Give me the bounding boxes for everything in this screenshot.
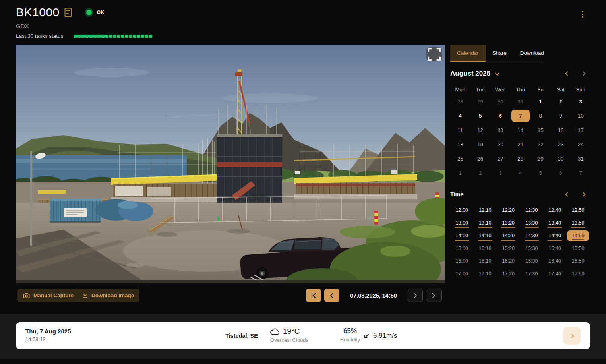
calendar-day-cell[interactable]: 10 [578,113,584,119]
next-image-button[interactable] [408,289,423,302]
time-slot[interactable]: 15:10 [479,246,491,251]
time-slot[interactable]: 12:50 [572,207,584,213]
calendar-day-cell[interactable]: 31 [517,99,523,105]
time-slot[interactable]: 13:50 [572,220,584,226]
calendar-day-cell[interactable]: 30 [558,156,563,162]
time-slot[interactable]: 15:40 [549,246,561,251]
calendar-day-cell[interactable]: 1 [539,99,542,105]
calendar-day-cell[interactable]: 28 [457,99,463,105]
calendar-next-month-button[interactable] [580,70,587,77]
time-slot[interactable]: 16:20 [502,258,515,264]
download-image-button[interactable]: Download image [77,289,139,302]
calendar-day-cell[interactable]: 5 [539,170,542,176]
calendar-day-cell[interactable]: 24 [578,141,584,147]
time-slot[interactable]: 14:30 [525,233,538,238]
kebab-menu-icon[interactable] [580,10,585,19]
sidebar: CalendarShareDownload August 2025 MonTue… [450,45,594,280]
time-slot[interactable]: 15:30 [525,246,538,251]
time-slot[interactable]: 15:00 [456,246,468,251]
calendar-day-cell[interactable]: 31 [578,156,584,162]
time-prev-button[interactable] [564,191,571,198]
last-image-button[interactable] [427,289,442,302]
time-slot[interactable]: 14:20 [502,233,515,238]
calendar-day-cell[interactable]: 14 [517,127,523,133]
calendar-day-cell[interactable]: 6 [559,170,562,176]
calendar-day-cell[interactable]: 16 [558,127,563,133]
calendar-day-cell[interactable]: 8 [539,113,542,119]
calendar-day-cell[interactable]: 28 [517,156,523,162]
calendar-month-label[interactable]: August 2025 [450,70,490,77]
time-slot[interactable]: 12:30 [525,207,538,213]
first-image-button[interactable] [306,289,321,302]
time-slot[interactable]: 14:00 [456,233,468,238]
footer-next-button[interactable] [563,327,581,345]
time-slot[interactable]: 17:30 [525,271,538,277]
time-slot[interactable]: 13:10 [479,220,491,226]
time-slot[interactable]: 13:20 [502,220,515,226]
time-slot[interactable]: 17:40 [549,271,561,277]
calendar-day-cell[interactable]: 19 [477,141,483,147]
calendar-day-cell[interactable]: 3 [499,170,502,176]
calendar-day-cell[interactable]: 4 [459,113,462,119]
time-slot[interactable]: 13:00 [456,220,468,226]
chevron-down-icon[interactable] [495,71,499,75]
fullscreen-button[interactable] [426,47,442,61]
time-slot[interactable]: 17:10 [479,271,491,277]
time-slot[interactable]: 15:20 [502,246,515,251]
calendar-day-cell[interactable]: 17 [578,127,584,133]
calendar-day-cell[interactable]: 18 [457,141,463,147]
time-slot[interactable]: 12:20 [502,207,515,213]
calendar-day-cell[interactable]: 4 [519,170,522,176]
time-slot[interactable]: 12:10 [479,207,491,213]
time-slot[interactable]: 13:40 [549,220,561,226]
calendar-day-cell[interactable]: 27 [498,156,503,162]
time-slot[interactable]: 16:00 [456,258,468,264]
calendar-day-cell[interactable]: 12 [477,127,483,133]
calendar-day-cell[interactable]: 3 [579,99,582,105]
calendar-day-cell[interactable]: 20 [498,141,503,147]
sidebar-tab[interactable]: Calendar [450,45,486,62]
time-slot[interactable]: 17:20 [502,271,515,277]
calendar-day-cell[interactable]: 7 [579,170,582,176]
calendar-day-cell[interactable]: 2 [559,99,562,105]
calendar-day-cell[interactable]: 15 [538,127,544,133]
time-slot[interactable]: 16:30 [525,258,538,264]
time-slot[interactable]: 15:50 [572,246,584,251]
time-slot[interactable]: 16:50 [572,258,584,264]
calendar-day-cell[interactable]: 1 [459,170,462,176]
time-slot[interactable]: 14:10 [479,233,491,238]
calendar-prev-month-button[interactable] [564,70,571,77]
document-icon[interactable] [64,8,72,17]
calendar-day-cell[interactable]: 21 [517,141,523,147]
time-slot[interactable]: 17:00 [456,271,468,277]
time-slot[interactable]: 16:10 [479,258,491,264]
time-slot[interactable]: 17:50 [572,271,584,277]
calendar-day-cell[interactable]: 11 [457,127,463,133]
calendar-day-cell[interactable]: 26 [477,156,483,162]
calendar-day-cell[interactable]: 25 [457,156,463,162]
webcam-image [16,45,445,283]
calendar-day-cell[interactable]: 2 [479,170,482,176]
calendar-day-cell[interactable]: 13 [498,127,503,133]
calendar-day-cell[interactable]: 9 [559,113,562,119]
calendar-day-cell[interactable]: 23 [558,141,563,147]
calendar-day-cell[interactable]: 29 [477,99,483,105]
calendar-day-cell[interactable]: 7 [511,110,530,122]
previous-image-button[interactable] [324,289,339,302]
calendar-day-cell[interactable]: 30 [498,99,503,105]
time-slot[interactable]: 13:30 [525,220,538,226]
calendar-day-cell[interactable]: 29 [538,156,544,162]
time-slot[interactable]: 12:40 [549,207,561,213]
calendar-day-cell[interactable]: 5 [479,113,482,119]
time-slot[interactable]: 14:50 [567,230,589,241]
sidebar-tab[interactable]: Share [486,45,513,62]
time-next-button[interactable] [580,191,587,198]
time-slot[interactable]: 12:00 [456,207,468,213]
calendar-day-cell[interactable]: 22 [538,141,544,147]
calendar-day-cell[interactable]: 6 [499,113,502,119]
manual-capture-button[interactable]: Manual Capture [17,289,79,302]
sidebar-tab[interactable]: Download [513,45,551,62]
weekday-header: Tue [470,87,491,93]
time-slot[interactable]: 14:40 [549,233,561,238]
time-slot[interactable]: 16:40 [549,258,561,264]
